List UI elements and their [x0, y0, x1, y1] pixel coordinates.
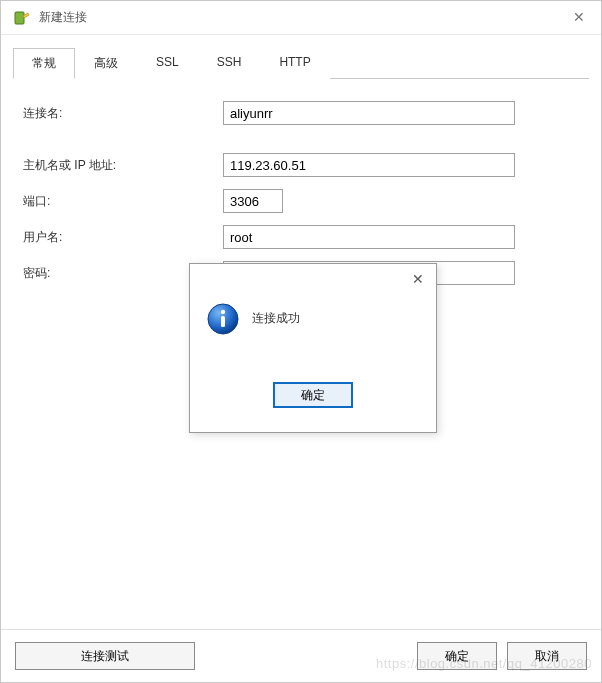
close-icon[interactable]: ✕ [573, 9, 585, 25]
svg-point-2 [221, 310, 225, 314]
row-host: 主机名或 IP 地址: [23, 153, 579, 177]
message-box-ok-button[interactable]: 确定 [273, 382, 353, 408]
message-box-text: 连接成功 [252, 310, 300, 327]
svg-rect-3 [221, 316, 225, 327]
host-input[interactable] [223, 153, 515, 177]
row-port: 端口: [23, 189, 579, 213]
host-label: 主机名或 IP 地址: [23, 157, 223, 174]
message-box-body: 连接成功 [190, 294, 436, 382]
app-icon [13, 9, 31, 27]
row-connection-name: 连接名: [23, 101, 579, 125]
tab-http[interactable]: HTTP [260, 48, 329, 79]
connection-name-label: 连接名: [23, 105, 223, 122]
message-box: ✕ 连接成功 确定 [189, 263, 437, 433]
tab-ssh[interactable]: SSH [198, 48, 261, 79]
message-box-buttons: 确定 [190, 382, 436, 432]
close-icon[interactable]: ✕ [412, 271, 424, 287]
row-user: 用户名: [23, 225, 579, 249]
message-box-titlebar: ✕ [190, 264, 436, 294]
connection-name-input[interactable] [223, 101, 515, 125]
svg-rect-0 [15, 12, 24, 24]
user-label: 用户名: [23, 229, 223, 246]
titlebar: 新建连接 ✕ [1, 1, 601, 35]
tab-ssl[interactable]: SSL [137, 48, 198, 79]
cancel-button[interactable]: 取消 [507, 642, 587, 670]
port-input[interactable] [223, 189, 283, 213]
tab-general[interactable]: 常规 [13, 48, 75, 79]
button-bar: 连接测试 确定 取消 [1, 629, 601, 682]
tab-advanced[interactable]: 高级 [75, 48, 137, 79]
window-title: 新建连接 [39, 9, 87, 26]
info-icon [206, 302, 240, 336]
test-connection-button[interactable]: 连接测试 [15, 642, 195, 670]
ok-button[interactable]: 确定 [417, 642, 497, 670]
port-label: 端口: [23, 193, 223, 210]
tabstrip: 常规 高级 SSL SSH HTTP [13, 47, 589, 79]
user-input[interactable] [223, 225, 515, 249]
